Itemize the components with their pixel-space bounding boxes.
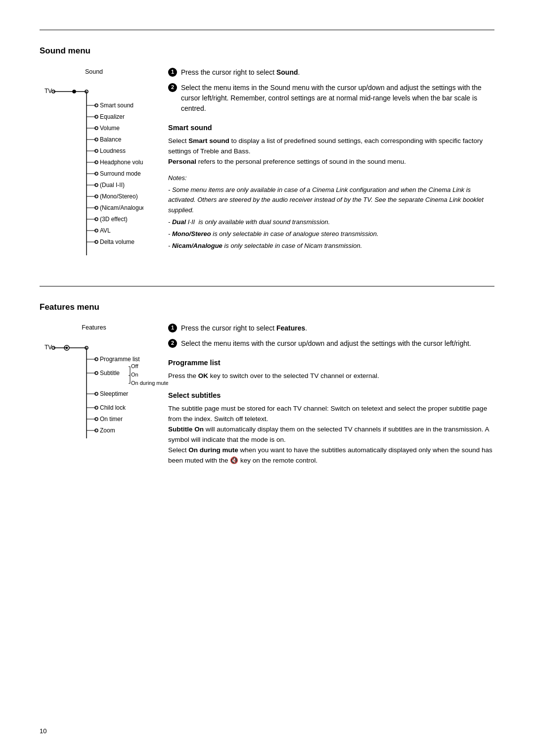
svg-text:On timer: On timer	[100, 416, 123, 423]
svg-text:Child lock: Child lock	[100, 404, 126, 411]
page-number: 10	[40, 727, 46, 736]
svg-text:Sleeptimer: Sleeptimer	[100, 390, 128, 397]
svg-point-47	[66, 347, 68, 349]
programme-list-title: Programme list	[168, 358, 494, 368]
note-2: Dual I·II is only available with dual so…	[168, 217, 494, 227]
svg-text:Off: Off	[131, 363, 138, 369]
features-step-1-text: Press the cursor right to select Feature…	[181, 323, 307, 333]
svg-text:(Dual I-II): (Dual I-II)	[100, 182, 125, 189]
sound-section-title: Sound menu	[40, 45, 494, 57]
svg-text:(Mono/Stereo): (Mono/Stereo)	[100, 193, 138, 200]
features-section-title: Features menu	[40, 301, 494, 314]
tv-label: TV	[44, 88, 52, 94]
sound-diagram: Sound TV Smart	[40, 67, 148, 261]
smart-sound-title: Smart sound	[168, 123, 494, 133]
features-diagram: Features TV Programme list	[40, 323, 148, 466]
sound-content: 1 Press the cursor right to select Sound…	[168, 67, 494, 261]
note-3: Mono/Stereo is only selectable in case o…	[168, 229, 494, 239]
features-step-1: 1 Press the cursor right to select Featu…	[168, 323, 494, 333]
svg-text:On: On	[131, 372, 138, 378]
sound-step-1: 1 Press the cursor right to select Sound…	[168, 67, 494, 78]
features-step-2-text: Select the menu items with the cursor up…	[181, 338, 471, 349]
step-num-2: 2	[168, 83, 177, 92]
programme-list-body: Press the OK key to switch over to the s…	[168, 371, 494, 381]
features-step-num-2: 2	[168, 339, 177, 348]
features-section: Features menu Features TV	[40, 301, 494, 466]
notes-list: Some menu items are only available in ca…	[168, 185, 494, 251]
sound-tree-svg: TV Smart sound	[40, 78, 143, 261]
svg-text:Balance: Balance	[100, 136, 122, 143]
svg-text:(3D effect): (3D effect)	[100, 216, 128, 223]
svg-text:Zoom: Zoom	[100, 427, 115, 434]
svg-text:Volume: Volume	[100, 125, 120, 132]
sound-section: Sound menu Sound TV	[40, 45, 494, 261]
sound-diagram-title: Sound	[40, 67, 148, 76]
svg-text:Surround mode: Surround mode	[100, 170, 141, 177]
svg-text:Smart sound: Smart sound	[100, 102, 134, 109]
features-tv-label: TV	[44, 344, 52, 351]
features-content: 1 Press the cursor right to select Featu…	[168, 323, 494, 466]
features-section-body: Features TV Programme list	[40, 323, 494, 466]
svg-text:Subtitle: Subtitle	[100, 370, 120, 377]
sound-step-2-text: Select the menu items in the Sound menu …	[181, 83, 494, 114]
svg-text:Programme list: Programme list	[100, 356, 140, 363]
sound-step-2: 2 Select the menu items in the Sound men…	[168, 83, 494, 114]
features-diagram-title: Features	[40, 323, 148, 332]
features-step-num-1: 1	[168, 324, 177, 332]
page: Sound menu Sound TV	[0, 0, 534, 756]
middle-divider	[40, 286, 494, 286]
note-4: Nicam/Analogue is only selectable in cas…	[168, 241, 494, 251]
sound-section-body: Sound TV Smart	[40, 67, 494, 261]
sound-step-1-text: Press the cursor right to select Sound.	[181, 67, 300, 78]
svg-text:AVL: AVL	[100, 227, 111, 234]
svg-text:Delta volume: Delta volume	[100, 238, 134, 245]
note-1: Some menu items are only available in ca…	[168, 185, 494, 215]
top-divider	[40, 30, 494, 30]
svg-text:Headphone volume: Headphone volume	[100, 159, 143, 166]
svg-text:On during mute: On during mute	[131, 380, 168, 386]
select-subtitles-body: The subtitle page must be stored for eac…	[168, 404, 494, 466]
svg-point-2	[73, 90, 76, 93]
svg-text:Loudness: Loudness	[100, 147, 126, 154]
features-step-2: 2 Select the menu items with the cursor …	[168, 338, 494, 349]
features-tree-svg: TV Programme list	[40, 334, 168, 453]
smart-sound-body: Select Smart sound to display a list of …	[168, 136, 494, 167]
svg-text:(Nicam/Analogue): (Nicam/Analogue)	[100, 204, 143, 211]
select-subtitles-title: Select subtitles	[168, 390, 494, 401]
notes-label: Notes:	[168, 174, 494, 183]
step-num-1: 1	[168, 68, 177, 77]
svg-text:Equalizer: Equalizer	[100, 113, 125, 120]
